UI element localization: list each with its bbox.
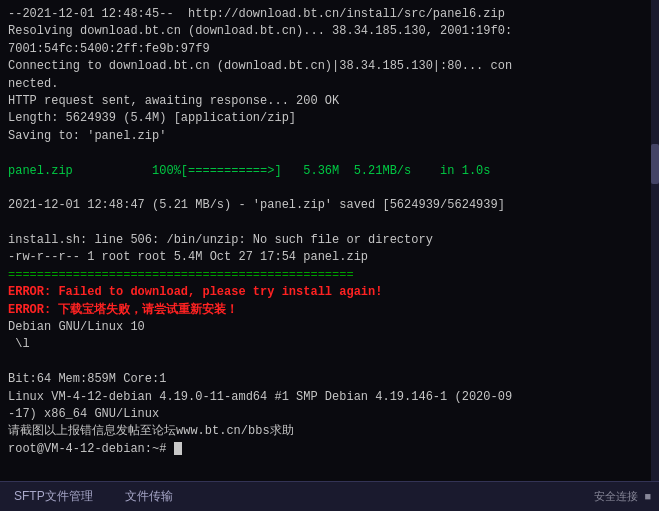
terminal-line: Bit:64 Mem:859M Core:1 <box>8 371 651 388</box>
scrollbar-thumb[interactable] <box>651 144 659 184</box>
terminal-line: Debian GNU/Linux 10 <box>8 319 651 336</box>
error-line-2: ERROR: 下载宝塔失败，请尝试重新安装！ <box>8 302 651 319</box>
terminal-line: Saving to: 'panel.zip' <box>8 128 651 145</box>
terminal-line: Resolving download.bt.cn (download.bt.cn… <box>8 23 651 40</box>
terminal-line: nected. <box>8 76 651 93</box>
terminal-container: --2021-12-01 12:48:45-- http://download.… <box>0 0 659 511</box>
terminal-line: -17) x86_64 GNU/Linux <box>8 406 651 423</box>
terminal-line: 2021-12-01 12:48:47 (5.21 MB/s) - 'panel… <box>8 197 651 214</box>
download-progress-line: panel.zip 100%[===========>] 5.36M 5.21M… <box>8 163 651 180</box>
terminal-line: 7001:54fc:5400:2ff:fe9b:97f9 <box>8 41 651 58</box>
file-transfer-tab[interactable]: 文件传输 <box>119 486 179 507</box>
terminal-line <box>8 180 651 197</box>
sftp-file-manager-tab[interactable]: SFTP文件管理 <box>8 486 99 507</box>
terminal-line: install.sh: line 506: /bin/unzip: No suc… <box>8 232 651 249</box>
terminal-line: Connecting to download.bt.cn (download.b… <box>8 58 651 75</box>
terminal-line: -rw-r--r-- 1 root root 5.4M Oct 27 17:54… <box>8 249 651 266</box>
terminal-line: Length: 5624939 (5.4M) [application/zip] <box>8 110 651 127</box>
terminal-line <box>8 215 651 232</box>
terminal-footer: SFTP文件管理 文件传输 安全连接 ■ <box>0 481 659 511</box>
terminal-line: HTTP request sent, awaiting response... … <box>8 93 651 110</box>
terminal-line <box>8 145 651 162</box>
terminal-line: Linux VM-4-12-debian 4.19.0-11-amd64 #1 … <box>8 389 651 406</box>
help-text-line: 请截图以上报错信息发帖至论坛www.bt.cn/bbs求助 <box>8 423 651 440</box>
terminal-line: \l <box>8 336 651 353</box>
error-line-1: ERROR: Failed to download, please try in… <box>8 284 651 301</box>
connection-status: 安全连接 ■ <box>594 489 651 504</box>
terminal-line <box>8 354 651 371</box>
scrollbar[interactable] <box>651 0 659 481</box>
cursor-blink <box>174 442 182 455</box>
terminal-line: --2021-12-01 12:48:45-- http://download.… <box>8 6 651 23</box>
terminal-body[interactable]: --2021-12-01 12:48:45-- http://download.… <box>0 0 659 481</box>
separator-line: ========================================… <box>8 267 651 284</box>
prompt-line: root@VM-4-12-debian:~# <box>8 441 651 458</box>
